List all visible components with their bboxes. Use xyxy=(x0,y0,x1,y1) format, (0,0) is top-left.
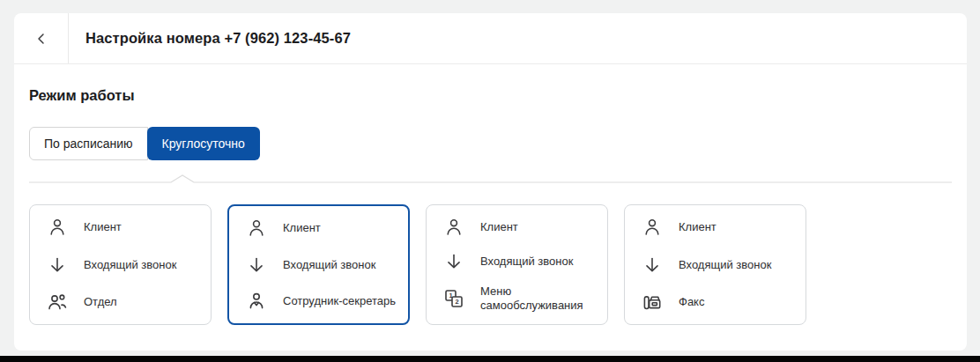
chevron-left-icon xyxy=(34,32,48,46)
arrow-down-icon xyxy=(443,251,464,272)
scheme-step-label: Отдел xyxy=(84,295,117,309)
tabs-pointer-divider xyxy=(29,174,952,183)
menu-selfservice-icon xyxy=(443,288,464,309)
scheme-step: Отдел xyxy=(47,292,204,313)
scheme-step: Входящий звонок xyxy=(47,255,204,276)
scheme-step-label: Меню самообслуживания xyxy=(480,284,600,313)
scheme-step-label: Клиент xyxy=(679,220,716,234)
scheme-step-label: Сотрудник-секретарь xyxy=(283,294,396,308)
bottom-edge-bar xyxy=(0,356,980,362)
scheme-step: Входящий звонок xyxy=(642,255,798,276)
person-icon xyxy=(246,218,267,239)
work-mode-tab[interactable]: По расписанию xyxy=(29,127,148,160)
scheme-step-label: Входящий звонок xyxy=(84,258,176,272)
call-scheme-card[interactable]: Клиент Входящий звонок Сотрудник-секрета… xyxy=(227,204,410,325)
scheme-step-label: Входящий звонок xyxy=(480,255,573,269)
card-rows: Клиент Входящий звонок Отдел xyxy=(30,205,211,324)
work-mode-section-title: Режим работы xyxy=(29,86,952,104)
scheme-step: Входящий звонок xyxy=(443,251,600,272)
call-scheme-card[interactable]: Клиент Входящий звонок Отдел xyxy=(29,204,212,325)
card-rows: Клиент Входящий звонок Сотрудник-секрета… xyxy=(229,206,408,323)
scheme-step: Меню самообслуживания xyxy=(443,284,600,313)
scheme-step-label: Факс xyxy=(679,295,704,309)
fax-icon xyxy=(642,292,663,313)
person-secretary-icon xyxy=(246,291,267,312)
scheme-step-label: Клиент xyxy=(283,221,321,235)
person-icon xyxy=(642,217,663,238)
card-rows: Клиент Входящий звонок Меню самообслужив… xyxy=(427,205,607,324)
page-title: Настройка номера +7 (962) 123-45-67 xyxy=(85,30,351,47)
scheme-step: Факс xyxy=(642,292,798,313)
arrow-down-icon xyxy=(642,255,663,276)
page-header: Настройка номера +7 (962) 123-45-67 xyxy=(14,13,967,64)
scheme-step-label: Входящий звонок xyxy=(283,258,375,272)
page-card: Настройка номера +7 (962) 123-45-67 Режи… xyxy=(14,13,967,351)
scheme-step: Клиент xyxy=(246,218,401,239)
people-icon xyxy=(47,292,68,313)
work-mode-tabs: По расписаниюКруглосуточно xyxy=(29,127,260,160)
scheme-step: Входящий звонок xyxy=(246,255,401,276)
person-icon xyxy=(47,217,68,238)
work-mode-tab[interactable]: Круглосуточно xyxy=(147,127,260,160)
scheme-step: Клиент xyxy=(47,217,204,238)
content: Режим работы По расписаниюКруглосуточно … xyxy=(14,86,967,325)
arrow-down-icon xyxy=(47,255,68,276)
call-scheme-card[interactable]: Клиент Входящий звонок Факс xyxy=(624,204,806,325)
call-scheme-card[interactable]: Клиент Входящий звонок Меню самообслужив… xyxy=(426,204,608,325)
scheme-step: Сотрудник-секретарь xyxy=(246,291,401,312)
scheme-step-label: Входящий звонок xyxy=(679,258,771,272)
back-button[interactable] xyxy=(14,13,69,63)
scheme-step: Клиент xyxy=(642,217,798,238)
scheme-step: Клиент xyxy=(443,217,600,238)
arrow-down-icon xyxy=(246,255,267,276)
number-settings-screen: Настройка номера +7 (962) 123-45-67 Режи… xyxy=(0,0,980,362)
person-icon xyxy=(443,217,464,238)
scheme-step-label: Клиент xyxy=(480,220,518,234)
scheme-step-label: Клиент xyxy=(84,220,122,234)
call-scheme-cards: Клиент Входящий звонок Отдел Клиент Вход… xyxy=(29,204,952,325)
card-rows: Клиент Входящий звонок Факс xyxy=(625,205,806,324)
